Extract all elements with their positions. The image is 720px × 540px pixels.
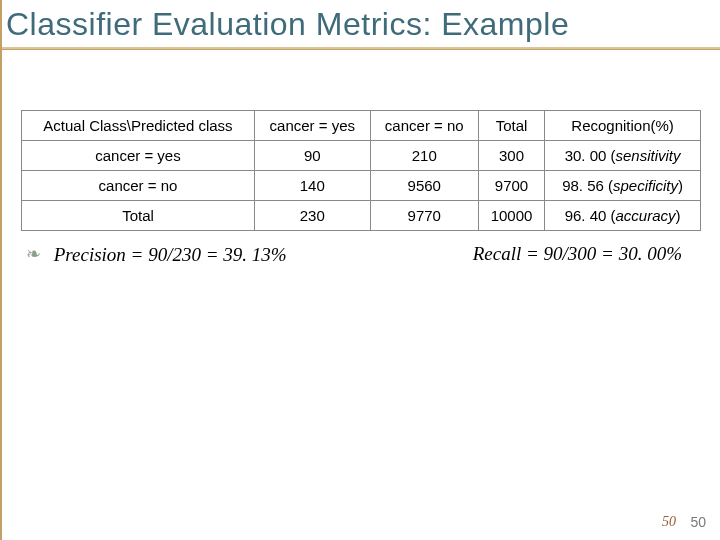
page-number-plain: 50	[690, 514, 706, 530]
confusion-matrix-wrap: Actual Class\Predicted class cancer = ye…	[21, 110, 701, 231]
table-header-row: Actual Class\Predicted class cancer = ye…	[22, 111, 701, 141]
table-row: cancer = yes 90 210 300 30. 00 (sensitiv…	[22, 141, 701, 171]
cell-value: 9700	[478, 171, 544, 201]
cell-value: 9560	[370, 171, 478, 201]
col-header-total: Total	[478, 111, 544, 141]
cell-value: 9770	[370, 201, 478, 231]
table-row: cancer = no 140 9560 9700 98. 56 (specif…	[22, 171, 701, 201]
col-header-recognition: Recognition(%)	[545, 111, 701, 141]
row-label: Total	[22, 201, 255, 231]
cell-value: 140	[254, 171, 370, 201]
cell-value: 90	[254, 141, 370, 171]
rec-tag: accuracy	[616, 207, 676, 224]
cell-recognition: 96. 40 (accuracy)	[545, 201, 701, 231]
recall-metric: Recall = 90/300 = 30. 00%	[473, 243, 682, 266]
precision-metric: ❧ Precision = 90/230 = 39. 13%	[26, 243, 287, 266]
rec-val: 30. 00	[565, 147, 607, 164]
cell-recognition: 30. 00 (sensitivity	[545, 141, 701, 171]
cell-value: 230	[254, 201, 370, 231]
page-number-script: 50	[662, 514, 676, 530]
cell-value: 210	[370, 141, 478, 171]
row-label: cancer = no	[22, 171, 255, 201]
recall-text: Recall = 90/300 = 30. 00%	[473, 243, 682, 264]
row-label: cancer = yes	[22, 141, 255, 171]
metrics-line: ❧ Precision = 90/230 = 39. 13% Recall = …	[26, 243, 682, 266]
cell-value: 10000	[478, 201, 544, 231]
slide-title: Classifier Evaluation Metrics: Example	[2, 0, 720, 47]
col-header-pred-yes: cancer = yes	[254, 111, 370, 141]
rec-tag: sensitivity	[616, 147, 681, 164]
cell-value: 300	[478, 141, 544, 171]
rec-val: 98. 56	[562, 177, 604, 194]
precision-text: Precision = 90/230 = 39. 13%	[54, 244, 287, 265]
confusion-matrix-table: Actual Class\Predicted class cancer = ye…	[21, 110, 701, 231]
col-header-pred-no: cancer = no	[370, 111, 478, 141]
title-underline	[2, 47, 720, 50]
rec-tag: specificity	[613, 177, 678, 194]
cell-recognition: 98. 56 (specificity)	[545, 171, 701, 201]
col-header-actual-predicted: Actual Class\Predicted class	[22, 111, 255, 141]
bullet-icon: ❧	[26, 243, 41, 265]
rec-val: 96. 40	[565, 207, 607, 224]
table-row: Total 230 9770 10000 96. 40 (accuracy)	[22, 201, 701, 231]
slide: Classifier Evaluation Metrics: Example A…	[0, 0, 720, 540]
